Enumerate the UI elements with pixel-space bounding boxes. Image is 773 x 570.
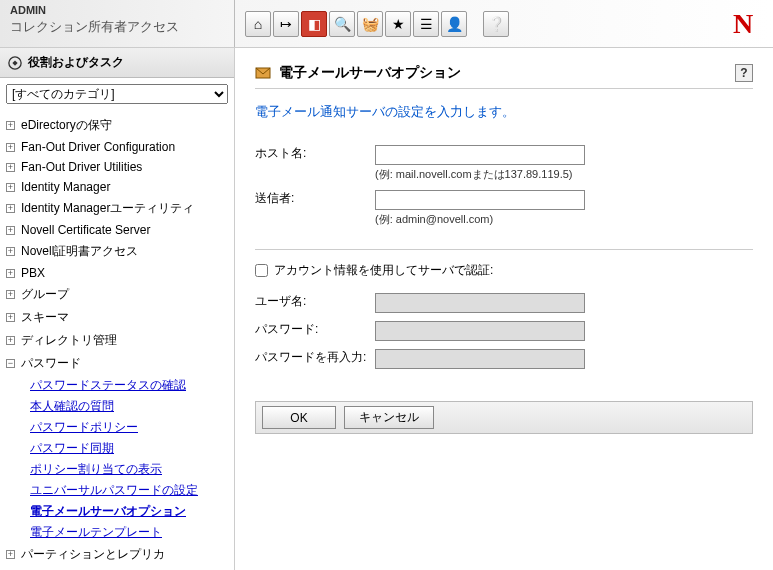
form-table-1: ホスト名: (例: mail.novell.comまたは137.89.119.5… xyxy=(255,141,591,231)
expand-icon[interactable]: + xyxy=(6,183,15,192)
expand-icon[interactable]: + xyxy=(6,247,15,256)
pw2-input xyxy=(375,349,585,369)
tree-link[interactable]: 電子メールサーバオプション xyxy=(30,501,228,522)
tree-link[interactable]: 電子メールテンプレート xyxy=(30,522,228,543)
tree-children: パスワードステータスの確認本人確認の質問パスワードポリシーパスワード同期ポリシー… xyxy=(6,375,228,543)
tree-link[interactable]: ユニバーサルパスワードの設定 xyxy=(30,480,228,501)
tree-item-label: Novell Certificate Server xyxy=(21,223,150,237)
auth-label: アカウント情報を使用してサーバで認証: xyxy=(274,262,493,279)
tree-item[interactable]: +eDirectoryの保守 xyxy=(6,114,228,137)
expand-icon[interactable]: + xyxy=(6,226,15,235)
mail-server-icon xyxy=(255,65,271,81)
tree-item-label: Fan-Out Driver Configuration xyxy=(21,140,175,154)
tree-item[interactable]: +パーティションとレプリカ xyxy=(6,543,228,566)
sidebar: 役割およびタスク [すべてのカテゴリ] +eDirectoryの保守+Fan-O… xyxy=(0,48,235,570)
expand-icon[interactable]: + xyxy=(6,121,15,130)
header: ADMIN コレクション所有者アクセス ⌂ ↦ ◧ 🔍 🧺 ★ ☰ 👤 ❔ N xyxy=(0,0,773,48)
tree-link[interactable]: パスワードステータスの確認 xyxy=(30,375,228,396)
exit-icon[interactable]: ↦ xyxy=(273,11,299,37)
auth-row: アカウント情報を使用してサーバで認証: xyxy=(255,262,753,279)
expand-icon[interactable]: + xyxy=(6,163,15,172)
tree-item[interactable]: +Fan-Out Driver Configuration xyxy=(6,137,228,157)
tree-item[interactable]: +PBX xyxy=(6,263,228,283)
from-label: 送信者: xyxy=(255,186,375,231)
expand-icon[interactable]: + xyxy=(6,313,15,322)
host-input[interactable] xyxy=(375,145,585,165)
roles-icon xyxy=(8,56,22,70)
search-icon[interactable]: 🔍 xyxy=(329,11,355,37)
tree-link[interactable]: 本人確認の質問 xyxy=(30,396,228,417)
nav-tree: +eDirectoryの保守+Fan-Out Driver Configurat… xyxy=(0,110,234,570)
user-label: ユーザ名: xyxy=(255,289,375,317)
tree-item[interactable]: +Identity Managerユーティリティ xyxy=(6,197,228,220)
user-icon[interactable]: 👤 xyxy=(441,11,467,37)
tree-item-label: パーティションとレプリカ xyxy=(21,546,165,563)
expand-icon[interactable]: + xyxy=(6,290,15,299)
expand-icon[interactable]: + xyxy=(6,143,15,152)
star-icon[interactable]: ★ xyxy=(385,11,411,37)
tree-item-label: Identity Manager xyxy=(21,180,110,194)
user-input xyxy=(375,293,585,313)
pw-label: パスワード: xyxy=(255,317,375,345)
intro-text: 電子メール通知サーバの設定を入力します。 xyxy=(255,103,753,121)
divider xyxy=(255,249,753,250)
form-table-2: ユーザ名: パスワード: パスワードを再入力: xyxy=(255,289,591,373)
pw-input xyxy=(375,321,585,341)
tree-item-label: eDirectoryの保守 xyxy=(21,117,112,134)
panel-title: 電子メールサーバオプション xyxy=(255,64,461,82)
expand-icon[interactable]: + xyxy=(6,204,15,213)
sidebar-header: 役割およびタスク xyxy=(0,48,234,78)
sidebar-title: 役割およびタスク xyxy=(28,54,124,71)
collapse-icon[interactable]: − xyxy=(6,359,15,368)
tree-item[interactable]: +Novell Certificate Server xyxy=(6,220,228,240)
tree-item[interactable]: +Identity Manager xyxy=(6,177,228,197)
tree-item-label: Novell証明書アクセス xyxy=(21,243,138,260)
tree-item-label: PBX xyxy=(21,266,45,280)
cancel-button[interactable]: キャンセル xyxy=(344,406,434,429)
tree-link[interactable]: パスワードポリシー xyxy=(30,417,228,438)
basket-icon[interactable]: 🧺 xyxy=(357,11,383,37)
tree-link[interactable]: ポリシー割り当ての表示 xyxy=(30,459,228,480)
pw2-label: パスワードを再入力: xyxy=(255,345,375,373)
tree-item[interactable]: +グループ xyxy=(6,283,228,306)
category-select[interactable]: [すべてのカテゴリ] xyxy=(6,84,228,104)
list-icon[interactable]: ☰ xyxy=(413,11,439,37)
tree-item[interactable]: +ディレクトリ管理 xyxy=(6,329,228,352)
tree-item-label: ディレクトリ管理 xyxy=(21,332,117,349)
tree-item-label: グループ xyxy=(21,286,69,303)
header-left: ADMIN コレクション所有者アクセス xyxy=(0,0,235,47)
flag-icon[interactable]: ◧ xyxy=(301,11,327,37)
help-icon[interactable]: ❔ xyxy=(483,11,509,37)
main-panel: 電子メールサーバオプション ? 電子メール通知サーバの設定を入力します。 ホスト… xyxy=(235,48,773,570)
help-button[interactable]: ? xyxy=(735,64,753,82)
tree-link[interactable]: パスワード同期 xyxy=(30,438,228,459)
host-label: ホスト名: xyxy=(255,141,375,186)
tree-item-label: スキーマ xyxy=(21,309,69,326)
home-icon[interactable]: ⌂ xyxy=(245,11,271,37)
tree-item[interactable]: +スキーマ xyxy=(6,306,228,329)
tree-item-label: Fan-Out Driver Utilities xyxy=(21,160,142,174)
panel-title-text: 電子メールサーバオプション xyxy=(279,64,461,82)
logo: N xyxy=(713,0,773,47)
from-input[interactable] xyxy=(375,190,585,210)
button-bar: OK キャンセル xyxy=(255,401,753,434)
header-subtitle: コレクション所有者アクセス xyxy=(10,18,224,36)
expand-icon[interactable]: + xyxy=(6,336,15,345)
tree-item-label: パスワード xyxy=(21,355,81,372)
from-hint: (例: admin@novell.com) xyxy=(375,212,585,227)
tree-item[interactable]: −パスワード xyxy=(6,352,228,375)
ok-button[interactable]: OK xyxy=(262,406,336,429)
tree-item-label: Identity Managerユーティリティ xyxy=(21,200,194,217)
toolbar: ⌂ ↦ ◧ 🔍 🧺 ★ ☰ 👤 ❔ xyxy=(235,0,713,47)
expand-icon[interactable]: + xyxy=(6,269,15,278)
expand-icon[interactable]: + xyxy=(6,550,15,559)
auth-checkbox[interactable] xyxy=(255,264,268,277)
admin-label: ADMIN xyxy=(10,4,224,16)
host-hint: (例: mail.novell.comまたは137.89.119.5) xyxy=(375,167,585,182)
tree-item[interactable]: +Novell証明書アクセス xyxy=(6,240,228,263)
tree-item[interactable]: +Fan-Out Driver Utilities xyxy=(6,157,228,177)
